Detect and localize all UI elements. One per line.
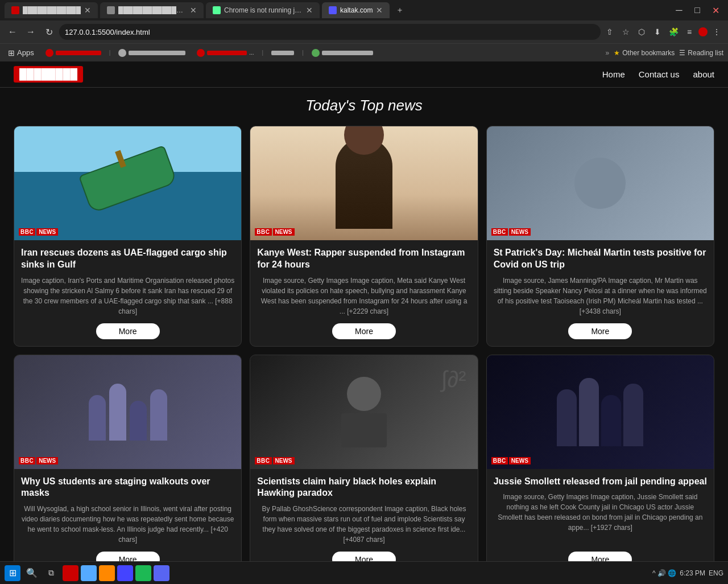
- bbc-news-label-4: NEWS: [36, 457, 58, 464]
- bm-ellipsis: ...: [249, 50, 254, 56]
- maximize-button[interactable]: □: [689, 2, 705, 18]
- news-card-students: BBC NEWS Why US students are staging wal…: [14, 355, 242, 575]
- bm-item-1[interactable]: [42, 48, 105, 58]
- card-desc-hawking: By Pallab GhoshScience correspondent Ima…: [257, 504, 470, 545]
- card-image-martin: BBC NEWS: [487, 126, 714, 240]
- bm-item-4[interactable]: [268, 50, 297, 56]
- download-icon[interactable]: ⬇: [651, 25, 664, 39]
- vs-taskbar[interactable]: [117, 565, 133, 581]
- tab-2-favicon: [107, 6, 115, 14]
- bookmarks-bar: ⊞ Apps | ... | | » ★ Oth: [0, 43, 728, 61]
- bm-label-2: [129, 51, 185, 55]
- bbc-badge-smollett: BBC NEWS: [491, 457, 531, 464]
- bbc-logo-text-4: BBC: [19, 457, 35, 464]
- site-logo: ████████: [14, 66, 83, 83]
- tab-3-favicon: [213, 6, 221, 14]
- bbc-news-label-3: NEWS: [509, 228, 531, 236]
- more-button-martin[interactable]: More: [568, 323, 632, 339]
- bm-favicon-3: [197, 49, 205, 57]
- profile-avatar[interactable]: [698, 27, 708, 36]
- explorer-taskbar[interactable]: [99, 565, 115, 581]
- bbc-logo-text: BBC: [19, 228, 35, 236]
- puzzle-icon[interactable]: 🧩: [667, 25, 680, 39]
- bbc-news-label-5: NEWS: [273, 457, 295, 464]
- minimize-button[interactable]: ─: [671, 2, 687, 18]
- bm-label-1: [56, 51, 101, 55]
- new-tab-button[interactable]: ＋: [392, 2, 408, 18]
- close-button[interactable]: ✕: [708, 2, 723, 18]
- tab-4-favicon: [329, 6, 337, 14]
- hawking-image: ∫∂²: [250, 355, 477, 469]
- hawking-head: [347, 377, 381, 411]
- tab-1-favicon: [11, 6, 19, 14]
- tab-4-close[interactable]: ✕: [376, 6, 383, 15]
- bm-item-5[interactable]: [308, 48, 377, 58]
- news-card-hawking: ∫∂² BBC NEWS Scientists claim hairy blac…: [250, 355, 478, 575]
- profile-list-icon[interactable]: ≡: [682, 25, 696, 39]
- other-bookmarks-item[interactable]: ★ Other bookmarks: [614, 49, 675, 57]
- tab-2-close[interactable]: ✕: [190, 6, 197, 15]
- figure-3: [130, 401, 147, 441]
- start-button[interactable]: ⊞: [5, 565, 20, 581]
- card-desc-students: Will Wysoglad, a high school senior in I…: [21, 504, 234, 545]
- bm-item-2[interactable]: [115, 48, 189, 58]
- bm-favicon-1: [46, 49, 53, 57]
- forward-button[interactable]: →: [23, 24, 39, 40]
- tab-1-close[interactable]: ✕: [84, 6, 91, 15]
- chrome-taskbar[interactable]: [63, 565, 78, 581]
- reading-list-item[interactable]: ☰ Reading list: [679, 49, 723, 57]
- nav-contact[interactable]: Contact us: [639, 69, 680, 79]
- bm-sep-1: |: [109, 50, 111, 56]
- extension-icon[interactable]: ⬡: [635, 25, 648, 39]
- menu-button[interactable]: ⋮: [710, 25, 723, 39]
- card-image-kanye: BBC NEWS: [250, 126, 477, 240]
- more-button-ship[interactable]: More: [96, 323, 160, 339]
- reload-button[interactable]: ↻: [41, 24, 57, 40]
- task-view-button[interactable]: ⧉: [43, 565, 59, 581]
- bookmark-star-icon[interactable]: ☆: [619, 25, 632, 39]
- windows-icon: ⊞: [9, 567, 16, 578]
- taskbar-pinned: [63, 565, 169, 581]
- tab-3-close[interactable]: ✕: [306, 6, 313, 15]
- bm-label-3: [207, 51, 247, 55]
- students-image: [14, 355, 241, 469]
- back-button[interactable]: ←: [5, 24, 20, 40]
- share-icon[interactable]: ⇧: [603, 25, 617, 39]
- tab-3[interactable]: Chrome is not running javascrip... ✕: [206, 2, 320, 18]
- apps-label: Apps: [17, 48, 34, 57]
- bbc-badge-students: BBC NEWS: [19, 457, 58, 464]
- card-title-ship: Iran rescues dozens as UAE-flagged cargo…: [21, 247, 234, 271]
- address-input[interactable]: [59, 24, 601, 40]
- card-more-wrap-kanye: More: [257, 323, 470, 339]
- tab-2[interactable]: ████████████████████ ✕: [100, 2, 204, 18]
- nav-home[interactable]: Home: [602, 69, 625, 79]
- card-title-hawking: Scientists claim hairy black holes expla…: [257, 476, 470, 500]
- bm-label-5: [322, 51, 373, 55]
- taskbar: ⊞ 🔍 ⧉ ^ 🔊 🌐 6:23 PM ENG: [0, 561, 728, 584]
- card-body-students: Why US students are staging walkouts ove…: [14, 469, 241, 575]
- card-title-students: Why US students are staging walkouts ove…: [21, 476, 234, 500]
- page-title: Today's Top news: [14, 97, 714, 114]
- card-image-hawking: ∫∂² BBC NEWS: [250, 355, 477, 469]
- ship-shape: [78, 145, 177, 214]
- sm-fig-1: [557, 389, 577, 446]
- bm-sep-2: |: [262, 50, 264, 56]
- bbc-badge-martin: BBC NEWS: [491, 228, 531, 236]
- bm-item-3[interactable]: ...: [193, 48, 257, 58]
- bbc-badge-ship: BBC NEWS: [19, 228, 58, 236]
- spotify-taskbar[interactable]: [135, 565, 151, 581]
- other-bookmarks-label: Other bookmarks: [622, 49, 675, 57]
- card-title-martin: St Patrick's Day: Micheál Martin tests p…: [494, 247, 707, 271]
- more-button-kanye[interactable]: More: [332, 323, 396, 339]
- tab-4[interactable]: kaltak.com ✕: [322, 2, 390, 18]
- sm-fig-4: [623, 384, 643, 446]
- search-taskbar[interactable]: 🔍: [24, 565, 40, 581]
- edge-taskbar[interactable]: [81, 565, 97, 581]
- language-indicator: ENG: [709, 569, 723, 577]
- apps-button[interactable]: ⊞ Apps: [5, 47, 38, 59]
- card-title-kanye: Kanye West: Rapper suspended from Instag…: [257, 247, 470, 271]
- discord-taskbar[interactable]: [154, 565, 169, 581]
- nav-about[interactable]: about: [693, 69, 714, 79]
- search-icon: 🔍: [26, 567, 38, 578]
- tab-1[interactable]: ████████████ ✕: [5, 2, 98, 18]
